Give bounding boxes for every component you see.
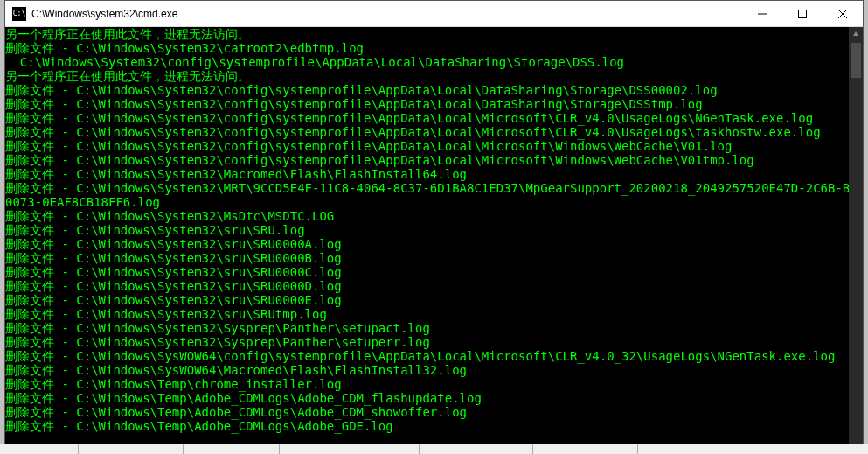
taskbar-segment[interactable]	[533, 444, 638, 454]
console-line: 删除文件 - C:\Windows\SysWOW64\config\system…	[5, 349, 852, 363]
console-line: 删除文件 - C:\Windows\System32\sru\SRU.log	[5, 223, 852, 237]
console-line: 删除文件 - C:\Windows\Temp\Adobe_CDMLogs\Ado…	[5, 419, 852, 433]
svg-rect-0	[758, 13, 767, 14]
console-line: 0073-0EAF8CB18FF6.log	[5, 195, 852, 209]
taskbar-segment[interactable]	[280, 444, 420, 454]
taskbar-segment[interactable]	[638, 444, 760, 454]
console-line: 删除文件 - C:\Windows\System32\config\system…	[5, 111, 852, 125]
console-line: 删除文件 - C:\Windows\System32\config\system…	[5, 153, 852, 167]
svg-marker-4	[853, 31, 858, 36]
taskbar-segment[interactable]	[420, 444, 533, 454]
window-title: C:\Windows\system32\cmd.exe	[31, 8, 742, 20]
maximize-button[interactable]	[782, 1, 823, 27]
close-button[interactable]	[823, 1, 863, 27]
cmd-window: C:\ C:\Windows\system32\cmd.exe 另一个程序正在使…	[4, 0, 864, 454]
console-line: 另一个程序正在使用此文件，进程无法访问。	[5, 69, 852, 83]
console-line: 删除文件 - C:\Windows\System32\sru\SRUtmp.lo…	[5, 307, 852, 321]
scrollbar-thumb[interactable]	[851, 43, 861, 78]
console-line: 删除文件 - C:\Windows\System32\sru\SRU0000D.…	[5, 279, 852, 293]
console-output[interactable]: 另一个程序正在使用此文件，进程无法访问。删除文件 - C:\Windows\Sy…	[5, 27, 863, 453]
console-line: 删除文件 - C:\Windows\Temp\Adobe_CDMLogs\Ado…	[5, 391, 852, 405]
console-line: 删除文件 - C:\Windows\System32\config\system…	[5, 125, 852, 139]
console-line: 另一个程序正在使用此文件，进程无法访问。	[5, 27, 852, 41]
console-line: 删除文件 - C:\Windows\System32\Sysprep\Panth…	[5, 335, 852, 349]
cmd-icon: C:\	[12, 7, 26, 21]
console-line: 删除文件 - C:\Windows\System32\config\system…	[5, 83, 852, 97]
taskbar-segment[interactable]	[79, 444, 184, 454]
taskbar-segment[interactable]	[0, 444, 79, 454]
scrollbar-track[interactable]	[849, 27, 863, 453]
console-line: 删除文件 - C:\Windows\System32\sru\SRU0000C.…	[5, 265, 852, 279]
console-line: 删除文件 - C:\Windows\System32\config\system…	[5, 97, 852, 111]
console-line: 删除文件 - C:\Windows\System32\Sysprep\Panth…	[5, 321, 852, 335]
console-line: 删除文件 - C:\Windows\System32\sru\SRU0000A.…	[5, 237, 852, 251]
console-line: 删除文件 - C:\Windows\System32\config\system…	[5, 139, 852, 153]
scroll-up-arrow-icon[interactable]	[849, 27, 863, 41]
window-controls	[742, 1, 863, 27]
console-line: C:\Windows\System32\config\systemprofile…	[5, 55, 852, 69]
console-line: 删除文件 - C:\Windows\System32\MsDtc\MSDTC.L…	[5, 209, 852, 223]
titlebar[interactable]: C:\ C:\Windows\system32\cmd.exe	[5, 1, 863, 27]
console-line: 删除文件 - C:\Windows\System32\sru\SRU0000E.…	[5, 293, 852, 307]
console-line: 删除文件 - C:\Windows\System32\catroot2\edbt…	[5, 41, 852, 55]
console-line: 删除文件 - C:\Windows\SysWOW64\Macromed\Flas…	[5, 363, 852, 377]
console-line: 删除文件 - C:\Windows\Temp\chrome_installer.…	[5, 377, 852, 391]
console-line: 删除文件 - C:\Windows\System32\Macromed\Flas…	[5, 167, 852, 181]
minimize-button[interactable]	[742, 1, 782, 27]
svg-rect-1	[799, 10, 807, 17]
console-line: 删除文件 - C:\Windows\System32\sru\SRU0000B.…	[5, 251, 852, 265]
taskbar-segment[interactable]	[184, 444, 280, 454]
console-line: 删除文件 - C:\Windows\Temp\Adobe_CDMLogs\Ado…	[5, 405, 852, 419]
taskbar-strip	[0, 444, 868, 454]
console-line: 删除文件 - C:\Windows\System32\MRT\9CCD5E4F-…	[5, 181, 852, 195]
